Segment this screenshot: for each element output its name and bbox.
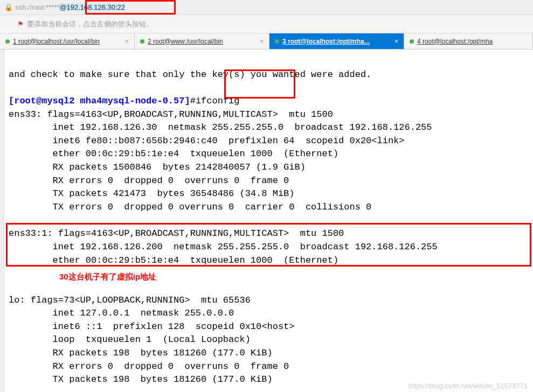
terminal-output[interactable]: and check to make sure that only the key… bbox=[4, 50, 533, 392]
prompt-user: [root@mysql2 bbox=[9, 96, 74, 106]
output-line: ether 00:0c:29:b5:1e:e4 txqueuelen 1000 … bbox=[9, 149, 338, 159]
flag-icon: ⚑ bbox=[17, 20, 24, 28]
output-line: ether 00:0c:29:b5:1e:e4 txqueuelen 1000 … bbox=[9, 255, 338, 265]
output-line: lo: flags=73<UP,LOOPBACK,RUNNING> mtu 65… bbox=[9, 295, 251, 305]
output-line: inet 127.0.0.1 netmask 255.0.0.0 bbox=[9, 308, 234, 318]
tab-4[interactable]: 4 root@localhost:/opt/mha bbox=[404, 33, 533, 49]
output-line: RX errors 0 dropped 0 overruns 0 frame 0 bbox=[9, 176, 289, 186]
close-icon[interactable]: × bbox=[260, 38, 264, 45]
output-line: TX packets 421473 bytes 36548486 (34.8 M… bbox=[9, 188, 295, 199]
output-line: RX packets 1500846 bytes 2142840057 (1.9… bbox=[9, 162, 306, 172]
tab-label: 1 root@localhost:/usr/local/bin bbox=[13, 38, 100, 45]
output-line: ens33: flags=4163<UP,BROADCAST,RUNNING,M… bbox=[9, 109, 333, 120]
hint-text: 要添加当前会话，点击左侧的箭头按钮。 bbox=[27, 19, 153, 29]
output-line: TX packets 198 bytes 181260 (177.0 KiB) bbox=[9, 374, 273, 384]
hint-bar: ⚑ 要添加当前会话，点击左侧的箭头按钮。 bbox=[0, 15, 533, 33]
output-line: loop txqueuelen 1 (Local Loopback) bbox=[9, 334, 251, 345]
status-dot-icon bbox=[275, 39, 279, 44]
output-line: inet 192.168.126.30 netmask 255.255.255.… bbox=[9, 122, 432, 132]
address-highlight: @192.168.126.30:22 bbox=[59, 3, 125, 11]
lock-icon: 🔒 bbox=[4, 3, 13, 11]
tab-label: 2 root@www:/usr/local/bin bbox=[148, 38, 223, 45]
close-icon[interactable]: × bbox=[125, 38, 129, 45]
prompt-path: mha4mysql-node-0.57] bbox=[74, 96, 190, 106]
tab-label: 3 root@localhost:/opt/mha... bbox=[282, 38, 370, 45]
output-line: TX errors 0 dropped 0 overruns 0 carrier… bbox=[9, 202, 371, 212]
command: ifconfig bbox=[196, 96, 240, 106]
address-bar[interactable]: 🔒 ssh://root:*****@192.168.126.30:22 bbox=[0, 0, 533, 15]
output-line: ens33:1: flags=4163<UP,BROADCAST,RUNNING… bbox=[9, 228, 344, 239]
watermark: https://blog.csdn.net/weixin_51573771 bbox=[409, 382, 528, 390]
prompt-hash: # bbox=[190, 96, 196, 106]
close-icon[interactable]: × bbox=[394, 38, 398, 45]
tab-1[interactable]: 1 root@localhost:/usr/local/bin × bbox=[0, 33, 135, 49]
output-line: RX errors 0 dropped 0 overruns 0 frame 0 bbox=[9, 361, 289, 372]
address-prefix: ssh://root:***** bbox=[15, 3, 59, 11]
output-line: inet6 ::1 prefixlen 128 scopeid 0x10<hos… bbox=[9, 321, 295, 332]
output-line: inet6 fe80::b087:656b:2946:c40 prefixlen… bbox=[9, 136, 405, 146]
annotation-text: 30这台机子有了虚拟ip地址 bbox=[59, 272, 156, 282]
status-dot-icon bbox=[410, 39, 414, 44]
gutter bbox=[0, 50, 4, 392]
status-dot-icon bbox=[140, 39, 144, 44]
status-dot-icon bbox=[5, 39, 10, 44]
output-line: and check to make sure that only the key… bbox=[9, 69, 371, 80]
tab-3-active[interactable]: 3 root@localhost:/opt/mha... × bbox=[269, 33, 404, 49]
output-line: inet 192.168.126.200 netmask 255.255.255… bbox=[9, 242, 438, 252]
tab-2[interactable]: 2 root@www:/usr/local/bin × bbox=[135, 33, 269, 49]
tab-bar: 1 root@localhost:/usr/local/bin × 2 root… bbox=[0, 33, 533, 50]
tab-label: 4 root@localhost:/opt/mha bbox=[417, 38, 493, 45]
output-line: RX packets 198 bytes 181260 (177.0 KiB) bbox=[9, 348, 273, 358]
